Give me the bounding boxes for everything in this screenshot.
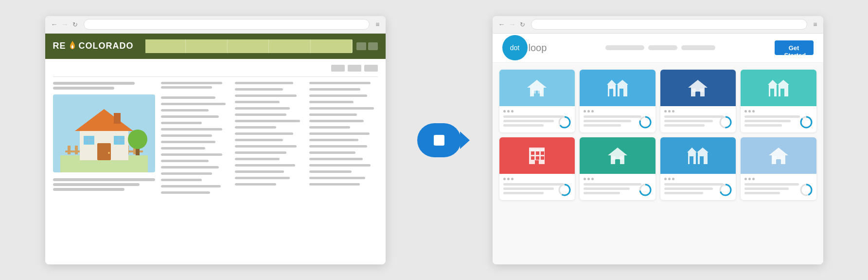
menu-icon[interactable]: ≡: [375, 20, 379, 28]
progress-ring-6: [638, 183, 653, 197]
property-card-6[interactable]: [580, 137, 655, 200]
dot: [503, 110, 506, 112]
nav-item-4[interactable]: [270, 39, 311, 53]
svg-marker-53: [778, 80, 789, 85]
right-back-button[interactable]: ←: [498, 20, 505, 28]
property-card-8[interactable]: [741, 137, 816, 200]
property-card-4[interactable]: [741, 70, 816, 132]
search-bar-row: [53, 65, 378, 72]
refresh-button[interactable]: ↻: [72, 21, 78, 28]
card-line: [584, 115, 641, 118]
detail-line: [161, 103, 226, 105]
svg-rect-73: [620, 156, 623, 160]
dot: [591, 110, 594, 112]
nav-line-2: [648, 45, 677, 50]
detail-line: [309, 145, 368, 148]
card-body-1: [499, 106, 575, 132]
svg-rect-72: [612, 156, 616, 160]
bottom-line-2: [53, 183, 140, 186]
dot: [748, 178, 751, 180]
listing-detail-col-1: [161, 82, 230, 196]
header-icon-1[interactable]: [356, 42, 366, 50]
card-dots-6: [584, 178, 652, 180]
card-line: [584, 124, 621, 127]
svg-rect-55: [780, 89, 784, 96]
recolorado-nav: [145, 39, 353, 53]
card-body-3: [660, 106, 736, 132]
property-cards-grid: [499, 70, 816, 200]
svg-marker-51: [768, 80, 778, 85]
search-toggle-3[interactable]: [364, 65, 378, 72]
svg-rect-30: [538, 90, 542, 93]
nav-item-2[interactable]: [187, 39, 228, 53]
card-line: [664, 192, 704, 194]
dot: [752, 110, 755, 112]
card-image-4: [741, 70, 816, 106]
dot: [672, 110, 674, 112]
dot: [511, 110, 514, 112]
svg-marker-43: [688, 80, 708, 88]
house-icon-1: [526, 78, 548, 97]
svg-rect-59: [529, 148, 545, 150]
dot: [591, 178, 594, 180]
nav-item-1[interactable]: [145, 39, 186, 53]
house-icon-8: [768, 146, 789, 165]
card-line: [664, 124, 705, 127]
detail-line: [235, 132, 293, 135]
card-body-5: [499, 174, 575, 200]
nav-item-5[interactable]: [312, 39, 353, 53]
card-line: [664, 115, 724, 118]
dotloop-cta-button[interactable]: Get Started: [775, 40, 814, 55]
back-button[interactable]: ←: [51, 20, 58, 28]
card-body-4: [741, 106, 816, 132]
house-illustration: [53, 94, 155, 172]
address-bar[interactable]: [84, 19, 370, 30]
right-forward-button[interactable]: →: [509, 20, 516, 28]
detail-line: [161, 172, 212, 175]
detail-line: [309, 170, 352, 173]
svg-marker-36: [617, 80, 628, 85]
dot: [668, 178, 671, 180]
detail-line: [235, 151, 286, 154]
progress-ring-5: [557, 183, 572, 197]
nav-item-3[interactable]: [229, 39, 269, 53]
svg-rect-60: [531, 151, 534, 155]
svg-marker-34: [607, 80, 617, 85]
property-card-1[interactable]: [499, 70, 575, 132]
progress-ring-1: [557, 115, 572, 130]
property-card-3[interactable]: [660, 70, 736, 132]
search-toggle-1[interactable]: [331, 65, 345, 72]
dot: [748, 110, 751, 112]
svg-marker-77: [687, 148, 697, 152]
svg-marker-69: [608, 148, 627, 155]
detail-line: [309, 107, 374, 110]
dot: [752, 178, 755, 180]
detail-line: [161, 115, 219, 118]
detail-line: [309, 139, 358, 141]
right-menu-icon[interactable]: ≡: [813, 20, 817, 28]
house-icon-4: [768, 78, 789, 97]
detail-line: [161, 153, 223, 156]
dotloop-header: dot loop Get Started: [493, 34, 823, 63]
svg-rect-39: [609, 87, 612, 89]
svg-marker-26: [527, 80, 547, 88]
header-icon-2[interactable]: [368, 42, 378, 50]
property-card-5[interactable]: [499, 137, 575, 200]
card-dots-8: [744, 178, 813, 180]
property-card-7[interactable]: [660, 137, 736, 200]
right-refresh-button[interactable]: ↻: [520, 21, 525, 28]
card-image-1: [499, 70, 575, 106]
recolorado-logo: RE COLORADO: [53, 41, 134, 52]
right-address-bar[interactable]: [531, 19, 808, 30]
forward-button[interactable]: →: [62, 20, 69, 28]
detail-line: [309, 132, 370, 135]
recolorado-colorado-text: COLORADO: [79, 41, 134, 51]
dotloop-nav: [554, 45, 766, 50]
search-toggle-2[interactable]: [348, 65, 361, 72]
card-body-6: [580, 174, 655, 200]
property-card-2[interactable]: [580, 70, 655, 132]
house-icon-7: [687, 146, 709, 165]
detail-line: [161, 134, 212, 137]
svg-rect-61: [536, 151, 539, 155]
dot: [507, 110, 510, 112]
